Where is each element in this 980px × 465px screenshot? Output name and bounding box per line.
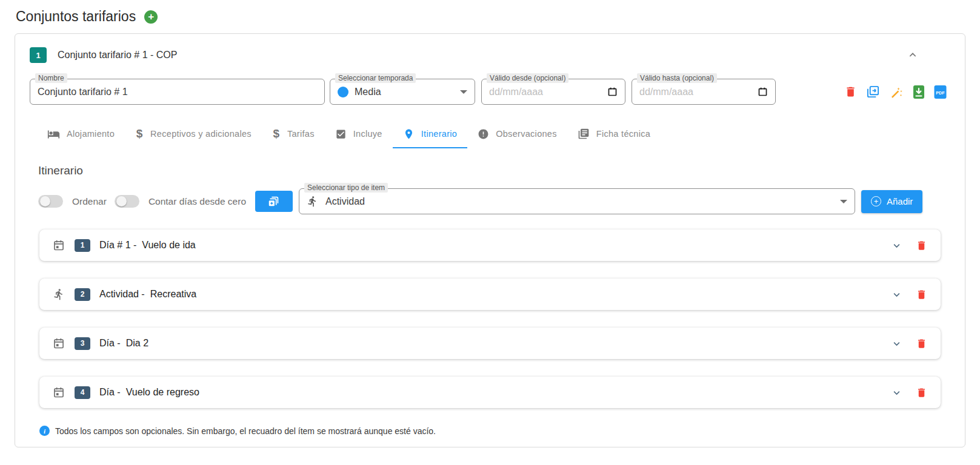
add-item-button-label: Añadir: [887, 196, 913, 206]
copy-stack-plus-icon: [267, 195, 281, 208]
card-tabs: Alojamiento $ Receptivos y adicionales $…: [37, 120, 950, 148]
tab-receptivos[interactable]: $ Receptivos y adicionales: [125, 120, 262, 148]
calendar-icon: [53, 337, 65, 349]
season-selected-value: Media: [355, 87, 381, 97]
item-type-label: Seleccionar tipo de item: [304, 183, 388, 193]
tab-label: Receptivos y adicionales: [150, 129, 252, 139]
tab-label: Ficha técnica: [596, 129, 650, 139]
itinerary-item-row[interactable]: 3 Día - Dia 2: [39, 328, 941, 359]
item-title: Día -: [99, 338, 121, 349]
location-pin-icon: [403, 128, 415, 140]
tab-observaciones[interactable]: Observaciones: [467, 120, 567, 148]
exclamation-circle-icon: [478, 128, 489, 140]
calendar-picker-icon[interactable]: [607, 87, 618, 97]
season-color-dot: [338, 87, 348, 97]
season-select[interactable]: Seleccionar temporada Media: [330, 79, 475, 105]
valid-to-field[interactable]: Válido hasta (opcional) dd/mm/aaaa: [632, 79, 776, 105]
item-row-actions: [892, 289, 927, 300]
tab-ficha-tecnica[interactable]: Ficha técnica: [567, 120, 661, 148]
section-heading: Itinerario: [38, 164, 950, 177]
toggle-knob: [40, 196, 50, 206]
magic-wand-icon[interactable]: [889, 85, 904, 99]
toggle-knob: [116, 196, 127, 206]
valid-to-label: Válido hasta (opcional): [637, 73, 717, 83]
chevron-down-icon[interactable]: [892, 290, 901, 299]
add-tariff-set-icon[interactable]: +: [144, 10, 158, 24]
calendar-picker-icon[interactable]: [758, 87, 768, 97]
running-person-icon: [53, 288, 65, 300]
itinerary-controls: Ordenar Contar días desde cero Seleccion…: [38, 188, 950, 214]
page: Conjuntos tarifarios + 1 Conjunto tarifa…: [0, 0, 980, 465]
item-type-selected-value: Actividad: [325, 196, 365, 207]
tab-incluye[interactable]: Incluye: [325, 120, 393, 148]
dropdown-arrow-icon: [460, 90, 467, 94]
delete-item-icon[interactable]: [916, 289, 927, 300]
valid-from-placeholder: dd/mm/aaaa: [489, 87, 543, 97]
valid-from-field[interactable]: Válido desde (opcional) dd/mm/aaaa: [481, 79, 625, 105]
item-subtitle: Recreativa: [150, 289, 196, 300]
svg-text:PDF: PDF: [936, 90, 945, 95]
card-title: Conjunto tarifario # 1 - COP: [58, 50, 177, 61]
tab-itinerario[interactable]: Itinerario: [393, 120, 467, 148]
chevron-down-icon[interactable]: [892, 241, 901, 250]
add-item-button[interactable]: + Añadir: [861, 190, 922, 213]
count-days-from-zero-toggle[interactable]: [115, 195, 139, 208]
checkbox-icon: [335, 128, 347, 140]
item-subtitle: Dia 2: [126, 338, 148, 349]
item-number-badge: 1: [75, 239, 90, 252]
tab-label: Observaciones: [496, 129, 557, 139]
item-number-badge: 2: [75, 288, 90, 301]
chevron-down-icon[interactable]: [892, 339, 901, 348]
count-days-toggle-label: Contar días desde cero: [148, 196, 246, 207]
valid-to-placeholder: dd/mm/aaaa: [639, 87, 693, 97]
copy-items-button[interactable]: [255, 191, 293, 212]
info-icon: i: [39, 426, 50, 436]
chevron-down-icon[interactable]: [892, 388, 901, 397]
delete-item-icon[interactable]: [916, 338, 927, 349]
card-index-badge: 1: [30, 47, 47, 63]
name-field[interactable]: Nombre: [30, 79, 325, 105]
export-excel-icon[interactable]: [913, 85, 925, 99]
itinerary-items: 1 Día # 1 - Vuelo de ida 2 Actividad - R…: [39, 229, 941, 408]
order-toggle[interactable]: [38, 195, 63, 208]
itinerary-item-row[interactable]: 4 Día - Vuelo de regreso: [39, 377, 941, 408]
tab-label: Alojamiento: [67, 129, 115, 139]
name-field-label: Nombre: [35, 73, 67, 83]
plus-circle-icon: +: [871, 196, 881, 206]
tab-label: Tarifas: [287, 129, 315, 139]
tab-label: Incluye: [353, 129, 382, 139]
bed-icon: [47, 128, 60, 140]
tab-tarifas[interactable]: $ Tarifas: [262, 120, 325, 148]
item-row-actions: [892, 240, 927, 251]
itinerary-item-row[interactable]: 1 Día # 1 - Vuelo de ida: [39, 229, 941, 261]
season-select-label: Seleccionar temporada: [335, 73, 416, 83]
item-subtitle: Vuelo de ida: [142, 240, 195, 251]
dollar-icon: $: [272, 127, 281, 140]
dollar-icon: $: [135, 127, 144, 140]
tab-alojamiento[interactable]: Alojamiento: [37, 120, 125, 148]
card-action-icons: PDF: [844, 85, 947, 99]
tab-label: Itinerario: [421, 129, 457, 139]
valid-from-label: Válido desde (opcional): [487, 73, 568, 83]
calendar-icon: [53, 239, 65, 251]
optional-fields-note: i Todos los campos son opcionales. Sin e…: [39, 426, 950, 436]
export-pdf-icon[interactable]: PDF: [934, 85, 947, 99]
item-row-actions: [892, 387, 927, 398]
delete-item-icon[interactable]: [916, 387, 927, 398]
delete-set-icon[interactable]: [844, 85, 857, 98]
itinerary-item-row[interactable]: 2 Actividad - Recreativa: [39, 279, 941, 310]
document-lines-icon: [578, 128, 590, 140]
card-form-row: Nombre Seleccionar temporada Media Válid…: [30, 79, 950, 105]
calendar-icon: [53, 386, 65, 398]
chevron-up-icon[interactable]: [908, 50, 918, 60]
order-toggle-label: Ordenar: [72, 196, 107, 207]
item-number-badge: 3: [75, 337, 90, 350]
delete-item-icon[interactable]: [916, 240, 927, 251]
page-header: Conjuntos tarifarios +: [16, 8, 965, 25]
item-type-select[interactable]: Seleccionar tipo de item Actividad: [299, 188, 855, 214]
item-title: Día -: [99, 387, 121, 398]
item-title: Actividad -: [99, 289, 145, 300]
duplicate-set-icon[interactable]: [866, 85, 880, 99]
item-number-badge: 4: [75, 386, 90, 399]
name-input[interactable]: [38, 87, 317, 97]
